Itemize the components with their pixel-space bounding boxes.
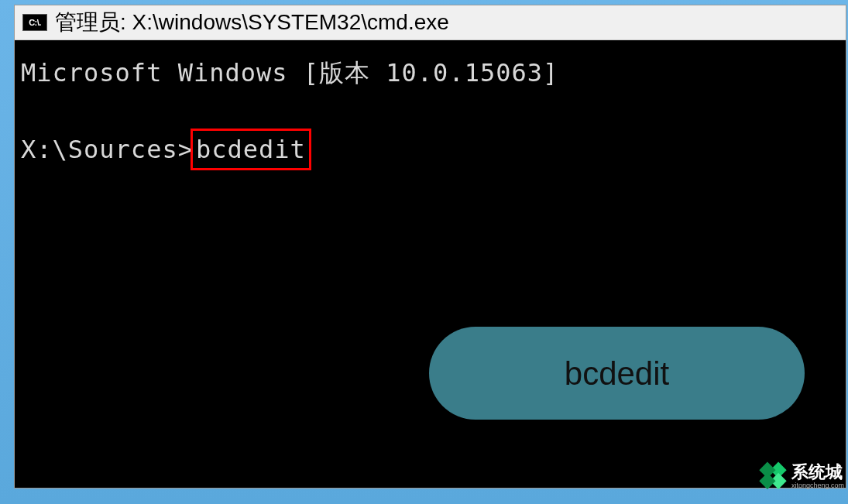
- watermark-main-text: 系统城: [791, 464, 844, 481]
- window-title: 管理员: X:\windows\SYSTEM32\cmd.exe: [55, 8, 449, 37]
- cmd-icon: C:\.: [22, 14, 47, 31]
- highlighted-command: bcdedit: [191, 129, 311, 170]
- cmd-window: C:\. 管理员: X:\windows\SYSTEM32\cmd.exe Mi…: [14, 5, 846, 489]
- callout-bubble: bcdedit: [429, 327, 805, 420]
- watermark-sub-text: xitongcheng.com: [791, 482, 844, 489]
- terminal-prompt: X:\Sources>: [21, 135, 194, 164]
- terminal-area[interactable]: Microsoft Windows [版本 10.0.15063] X:\Sou…: [15, 40, 846, 488]
- window-titlebar[interactable]: C:\. 管理员: X:\windows\SYSTEM32\cmd.exe: [15, 5, 846, 40]
- watermark-logo-icon: [753, 457, 792, 496]
- terminal-prompt-line: X:\Sources>bcdedit: [21, 129, 839, 170]
- callout-label: bcdedit: [565, 349, 669, 398]
- watermark: 系统城 xitongcheng.com: [759, 462, 844, 490]
- terminal-version-line: Microsoft Windows [版本 10.0.15063]: [21, 54, 839, 91]
